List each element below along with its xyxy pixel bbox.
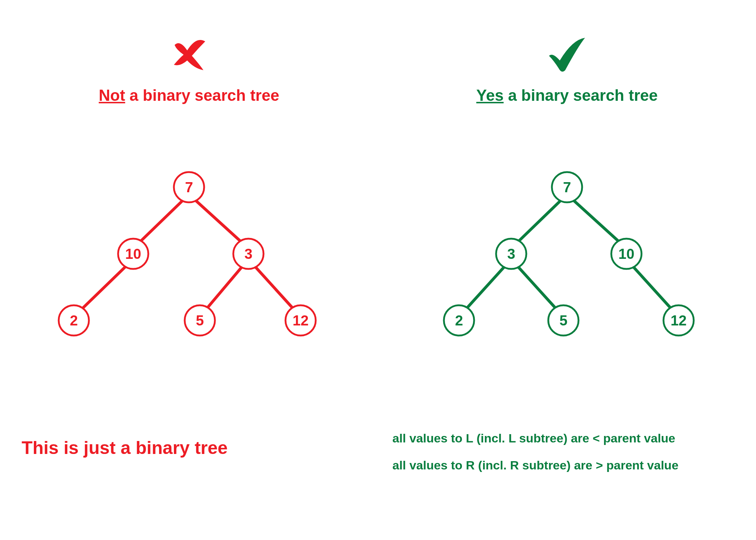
- right-title-rest: a binary search tree: [504, 86, 658, 104]
- node-ll: 2: [59, 305, 89, 336]
- node-root: 7: [552, 172, 582, 202]
- node-l-value: 3: [507, 246, 515, 262]
- node-ll-value: 2: [455, 312, 463, 328]
- cross-icon: [167, 32, 211, 77]
- node-r-value: 10: [618, 246, 635, 262]
- left-tree: 7 10 3 2 5 12: [49, 166, 329, 346]
- node-rl-value: 5: [196, 312, 204, 328]
- edge-root-r: [567, 194, 626, 248]
- edge-root-r: [189, 194, 248, 248]
- right-tree: 7 3 10 2 5 12: [427, 166, 707, 346]
- right-rule-1: all values to L (incl. L subtree) are < …: [392, 425, 679, 452]
- node-lr: 5: [548, 305, 579, 336]
- left-caption: This is just a binary tree: [22, 437, 228, 458]
- node-l: 3: [496, 239, 526, 269]
- node-root-value: 7: [185, 179, 193, 195]
- node-rr: 12: [285, 305, 316, 336]
- node-r-value: 3: [244, 246, 252, 262]
- node-lr-value: 5: [559, 312, 567, 328]
- node-l: 10: [118, 239, 148, 269]
- left-title: Not a binary search tree: [99, 86, 279, 104]
- left-title-rest: a binary search tree: [125, 86, 279, 104]
- node-root: 7: [174, 172, 204, 202]
- node-root-value: 7: [563, 179, 571, 195]
- right-title: Yes a binary search tree: [476, 86, 658, 104]
- node-rr: 12: [663, 305, 694, 336]
- left-title-emphasis: Not: [99, 86, 125, 104]
- node-rl: 5: [185, 305, 215, 336]
- node-rr-value: 12: [671, 312, 687, 328]
- node-ll: 2: [444, 305, 474, 336]
- node-r: 10: [611, 239, 642, 269]
- node-r: 3: [233, 239, 264, 269]
- right-rules: all values to L (incl. L subtree) are < …: [392, 425, 679, 479]
- left-panel: Not a binary search tree 7 10 3: [0, 0, 378, 540]
- node-l-value: 10: [125, 246, 141, 262]
- right-rule-2: all values to R (incl. R subtree) are > …: [392, 452, 679, 479]
- node-ll-value: 2: [70, 312, 78, 328]
- check-icon: [544, 32, 590, 77]
- node-rr-value: 12: [293, 312, 309, 328]
- right-title-emphasis: Yes: [476, 86, 504, 104]
